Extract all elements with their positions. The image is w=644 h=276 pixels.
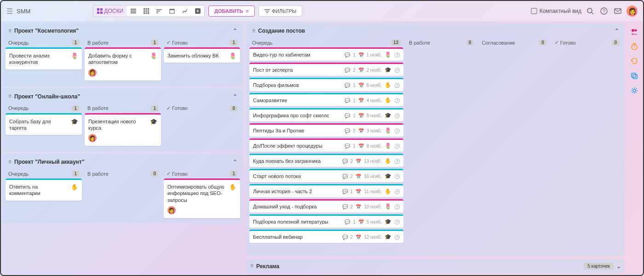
- column: В работе1Добавить форму с автоответом🌷👩: [85, 38, 161, 83]
- card[interactable]: Добавить форму с автоответом🌷👩: [85, 47, 161, 80]
- view-sort[interactable]: [153, 6, 166, 17]
- due-date: 16 нояб.: [364, 174, 382, 179]
- collapse-icon[interactable]: ⌃: [233, 159, 237, 165]
- column-header[interactable]: ✓Готово0: [552, 38, 622, 47]
- view-boards[interactable]: ДОСКИ: [93, 6, 127, 17]
- grip-icon[interactable]: ⠿: [8, 160, 12, 165]
- count-badge: 0: [230, 105, 237, 111]
- column-name: Очередь: [8, 40, 29, 46]
- add-button[interactable]: ДОБАВИТЬ =: [208, 6, 255, 17]
- history-icon[interactable]: [630, 57, 639, 66]
- column-header[interactable]: Очередь1: [6, 169, 82, 178]
- column-header[interactable]: В работе0: [85, 169, 161, 178]
- copy-icon[interactable]: [630, 72, 639, 81]
- compact-view-toggle[interactable]: Компактный вид: [531, 8, 581, 14]
- comment-icon: 💬: [342, 174, 348, 179]
- search-icon[interactable]: [585, 6, 595, 16]
- grip-icon[interactable]: ⠿: [252, 29, 255, 34]
- column-header[interactable]: В работе0: [406, 38, 476, 47]
- card[interactable]: Собрать базу для таргета🎓: [6, 113, 82, 135]
- card[interactable]: Ответить на комментарии✋: [6, 178, 82, 201]
- expand-icon[interactable]: ⌄: [616, 263, 621, 270]
- board-header[interactable]: ⠿ Создание постов ⌃: [248, 25, 623, 37]
- card[interactable]: Презентация нового курса🎓👩: [85, 113, 161, 146]
- user-avatar[interactable]: 👩: [627, 6, 638, 17]
- card-title: Заменить обложку ВК: [167, 52, 236, 59]
- task-row[interactable]: Саморазвитие💬1📅4 нояб.✋🕐: [249, 93, 403, 106]
- task-row[interactable]: Подборка фильмов💬1📅6 нояб.✋🕐: [249, 78, 403, 91]
- column-header[interactable]: ✓Готово0: [164, 104, 240, 113]
- comment-count: 1: [353, 52, 356, 58]
- mail-icon[interactable]: [613, 6, 623, 16]
- column-header[interactable]: Согласование0: [479, 38, 549, 47]
- card[interactable]: Провести анализ конкурентов🌷: [6, 47, 82, 69]
- task-row[interactable]: Бесплатный вебинар💬2📅12 нояб.🎓🕐: [249, 230, 403, 243]
- column-header[interactable]: ✓Готово1: [164, 38, 240, 47]
- assignee-avatar[interactable]: 👩: [88, 134, 97, 142]
- task-row[interactable]: Домашний уход - подборка💬2📅10 нояб.🌷🕐: [249, 199, 403, 213]
- board-header[interactable]: ⠿Проект "Личный аккаунт"⌃: [5, 156, 241, 168]
- svg-rect-7: [144, 8, 145, 10]
- board-header[interactable]: ⠿Проект "Онлайн-школа"⌃: [5, 91, 241, 103]
- card[interactable]: Оптимизировать общую информацию под SEO-…: [164, 178, 240, 218]
- calendar-icon: [169, 8, 175, 14]
- grip-icon[interactable]: ⠿: [250, 264, 253, 269]
- svg-rect-2: [97, 12, 99, 14]
- svg-rect-3: [100, 12, 103, 14]
- settings-icon[interactable]: [630, 86, 639, 96]
- task-row[interactable]: До/После эффект процедуры💬1📅8 нояб.🌷🕐: [249, 138, 403, 152]
- view-table[interactable]: [140, 6, 153, 17]
- card-tag-icon: 🌷: [229, 52, 236, 59]
- task-row[interactable]: Личная история - часть 2💬1📅11 нояб.✋🕐: [249, 184, 403, 197]
- people-icon[interactable]: [630, 28, 639, 37]
- column: ✓Готово0: [164, 104, 240, 149]
- svg-rect-6: [131, 12, 136, 13]
- calendar-icon: 📅: [358, 68, 364, 73]
- timer-icon[interactable]: [630, 42, 639, 52]
- checkbox-icon: [531, 8, 537, 14]
- grip-icon[interactable]: ⠿: [8, 29, 12, 34]
- task-title: Куда поехать без загранника: [253, 158, 342, 164]
- column-header[interactable]: Очередь13: [249, 38, 403, 47]
- column-header[interactable]: ✓Готово1: [164, 169, 240, 178]
- column-header[interactable]: Очередь1: [6, 38, 82, 47]
- right-sidebar: [627, 21, 643, 275]
- card[interactable]: Заменить обложку ВК🌷: [164, 47, 240, 63]
- help-icon[interactable]: ?: [599, 6, 609, 16]
- view-list[interactable]: [127, 6, 140, 17]
- menu-icon[interactable]: ☰: [6, 7, 13, 16]
- task-title: Подборка полезной литературы: [253, 219, 345, 224]
- assignee-avatar[interactable]: 👩: [88, 69, 97, 77]
- svg-rect-20: [170, 9, 174, 10]
- assignee-avatar[interactable]: 👩: [167, 206, 176, 214]
- collapse-icon[interactable]: ⌃: [233, 28, 237, 34]
- board-collapsed[interactable]: ⠿ Реклама 5 карточек ⌄: [247, 259, 625, 273]
- task-title: Подборка фильмов: [253, 82, 345, 88]
- board-header[interactable]: ⠿Проект "Косметология"⌃: [5, 25, 241, 37]
- column-name: В работе: [409, 40, 430, 46]
- filters-button[interactable]: ФИЛЬТРЫ: [259, 6, 302, 17]
- column-header[interactable]: В работе1: [85, 38, 161, 47]
- clock-icon: 🕐: [394, 159, 400, 164]
- task-row[interactable]: Пост от эксперта💬2📅2 нояб.🎓🕐: [249, 63, 403, 76]
- column-header[interactable]: Очередь1: [6, 104, 82, 113]
- task-row[interactable]: Куда поехать без загранника💬2📅13 нояб.✋🕐: [249, 154, 403, 167]
- task-row[interactable]: Пептиды За и Против💬2📅3 нояб.🌷🕐: [249, 123, 403, 137]
- task-row[interactable]: Инфорграфика про софт скиллс💬1📅9 нояб.🎓🕐: [249, 108, 403, 121]
- grip-icon[interactable]: ⠿: [8, 94, 12, 99]
- clock-icon: 🕐: [394, 68, 400, 73]
- column-header[interactable]: В работе1: [85, 104, 161, 113]
- view-calendar[interactable]: [166, 6, 178, 17]
- collapse-icon[interactable]: ⌃: [615, 28, 619, 34]
- column-name: Очередь: [8, 105, 29, 111]
- task-row[interactable]: Подборка полезной литературы💬1📅5 нояб.🎓🕐: [249, 214, 403, 228]
- view-chart[interactable]: [178, 6, 191, 17]
- task-row[interactable]: Старт нового потока💬2📅16 нояб.🎓🕐: [249, 169, 403, 182]
- view-media[interactable]: [191, 6, 204, 17]
- calendar-icon: 📅: [356, 189, 361, 194]
- count-badge: 1: [72, 40, 79, 46]
- task-row[interactable]: Видео-тур по кабинетам💬1📅1 нояб.🌷🕐: [249, 47, 403, 61]
- view-switcher: ДОСКИ: [93, 5, 205, 17]
- column-name: Готово: [172, 171, 188, 177]
- collapse-icon[interactable]: ⌃: [233, 93, 237, 100]
